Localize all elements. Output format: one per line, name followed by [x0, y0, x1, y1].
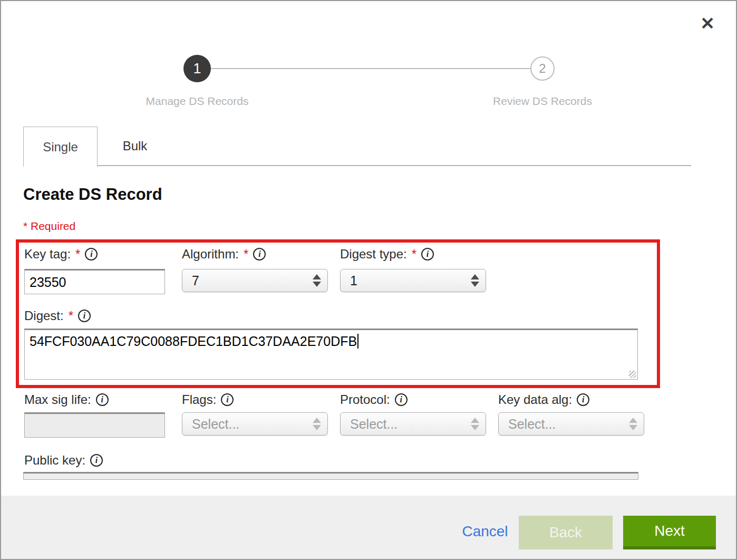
next-button[interactable]: Next [623, 516, 716, 549]
select-arrows-icon [313, 418, 321, 430]
key-tag-label: Key tag: * i [24, 247, 98, 262]
protocol-info-icon[interactable]: i [395, 393, 408, 406]
digest-type-select-value: 1 [350, 273, 357, 288]
algorithm-select[interactable]: 7 [182, 269, 328, 292]
digest-type-info-icon[interactable]: i [421, 248, 434, 260]
stepper-connector-line [211, 68, 531, 69]
back-button[interactable]: Back [519, 516, 613, 549]
key-data-alg-select-value: Select... [508, 417, 556, 432]
public-key-textarea[interactable] [23, 472, 638, 480]
step-2-label: Review DS Records [437, 95, 648, 108]
digest-label-text: Digest: [24, 308, 64, 323]
key-tag-label-text: Key tag: [24, 247, 71, 262]
step-1-label: Manage DS Records [92, 95, 303, 108]
protocol-label-text: Protocol: [340, 392, 390, 407]
max-sig-life-label-text: Max sig life: [24, 392, 91, 407]
cancel-button[interactable]: Cancel [453, 523, 517, 540]
tab-bar-underline [23, 165, 691, 166]
required-note: * Required [23, 220, 75, 233]
flags-label: Flags: i [182, 392, 234, 407]
flags-select-value: Select... [192, 417, 239, 432]
tab-bulk[interactable]: Bulk [98, 127, 172, 165]
key-data-alg-info-icon[interactable]: i [577, 393, 589, 406]
key-tag-info-icon[interactable]: i [85, 248, 98, 260]
flags-info-icon[interactable]: i [221, 393, 234, 406]
max-sig-life-label: Max sig life: i [24, 392, 109, 407]
protocol-label: Protocol: i [340, 392, 408, 407]
flags-label-text: Flags: [182, 392, 216, 407]
algorithm-label: Algorithm: * i [182, 247, 266, 262]
protocol-select[interactable]: Select... [340, 412, 486, 436]
text-caret [357, 334, 358, 349]
digest-info-icon[interactable]: i [78, 310, 91, 322]
digest-textarea[interactable]: 54FCF030AA1C79C0088FDEC1BD1C37DAA2E70DFB [24, 329, 638, 380]
public-key-label: Public key: i [24, 453, 103, 468]
digest-type-required-mark: * [412, 247, 416, 262]
select-arrows-icon [313, 274, 321, 287]
key-tag-input[interactable] [24, 269, 165, 294]
digest-type-select[interactable]: 1 [340, 269, 486, 292]
digest-label: Digest: * i [24, 308, 91, 323]
max-sig-life-input[interactable] [24, 412, 165, 438]
digest-required-mark: * [69, 308, 73, 323]
public-key-info-icon[interactable]: i [90, 454, 103, 467]
resize-grip-icon[interactable] [629, 371, 636, 378]
key-data-alg-select[interactable]: Select... [498, 412, 644, 436]
protocol-select-value: Select... [350, 417, 397, 432]
digest-value: 54FCF030AA1C79C0088FDEC1BD1C37DAA2E70DFB [30, 334, 357, 349]
select-arrows-icon [471, 418, 479, 430]
step-2-circle: 2 [530, 56, 555, 81]
digest-type-label: Digest type: * i [340, 247, 434, 262]
flags-select[interactable]: Select... [182, 412, 328, 436]
tab-single[interactable]: Single [23, 127, 98, 167]
key-data-alg-label: Key data alg: i [498, 392, 589, 407]
step-1-circle: 1 [183, 55, 211, 82]
public-key-label-text: Public key: [24, 453, 85, 468]
digest-type-label-text: Digest type: [340, 247, 407, 262]
algorithm-info-icon[interactable]: i [253, 248, 266, 260]
select-arrows-icon [471, 274, 479, 287]
algorithm-required-mark: * [244, 247, 248, 262]
close-icon[interactable]: ✕ [696, 12, 719, 35]
page-title: Create DS Record [23, 185, 162, 204]
algorithm-label-text: Algorithm: [182, 247, 239, 262]
select-arrows-icon [629, 418, 637, 430]
key-tag-required-mark: * [75, 247, 80, 262]
create-ds-record-modal: ✕ 1 2 Manage DS Records Review DS Record… [0, 0, 737, 560]
max-sig-life-info-icon[interactable]: i [96, 393, 109, 406]
algorithm-select-value: 7 [192, 273, 199, 288]
key-data-alg-label-text: Key data alg: [498, 392, 572, 407]
